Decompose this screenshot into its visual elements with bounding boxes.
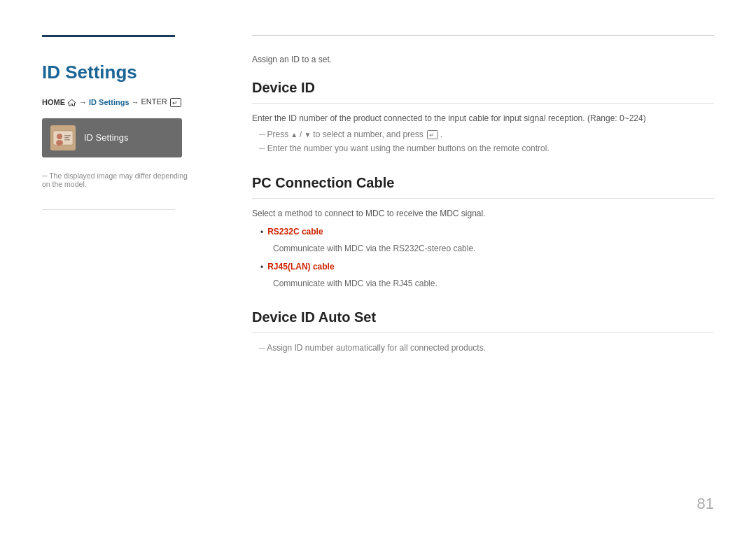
svg-text:↵: ↵ [172, 99, 178, 106]
section-title-auto-set: Device ID Auto Set [252, 309, 714, 325]
section-divider-1 [252, 103, 714, 104]
section-divider-3 [252, 332, 714, 333]
breadcrumb-arrow2: → [132, 98, 139, 106]
enter-icon: ↵ [170, 98, 181, 107]
breadcrumb-enter: ENTER ↵ [141, 97, 181, 107]
bullet-dot-2: • [260, 261, 263, 274]
page-container: ID Settings HOME → ID Settings → ENTER ↵ [0, 0, 756, 534]
sidebar-top-bar [42, 35, 175, 37]
period: . [440, 129, 442, 139]
auto-set-note: Assign ID number automatically for all c… [259, 342, 714, 355]
main-top-bar [252, 35, 714, 36]
sidebar-note: The displayed image may differ depending… [42, 171, 196, 188]
menu-card: ID Settings [42, 118, 182, 157]
press-line: Press ▲ / ▼ to select a number, and pres… [259, 129, 714, 139]
menu-card-label: ID Settings [84, 132, 129, 143]
bullet-rs232c: • RS232C cable [260, 225, 714, 239]
up-arrow-icon: ▲ [290, 131, 298, 139]
breadcrumb-home: HOME [42, 98, 77, 107]
section-device-id: Device ID Enter the ID number of the pro… [252, 80, 714, 155]
device-id-description: Enter the ID number of the product conne… [252, 112, 714, 125]
rs232c-desc: Communicate with MDC via the RS232C-ster… [273, 242, 714, 255]
press-mid-text: to select a number, and press [313, 129, 423, 139]
assign-text: Assign an ID to a set. [252, 55, 714, 64]
bullet-rj45: • RJ45(LAN) cable [260, 260, 714, 274]
svg-point-5 [56, 140, 63, 146]
rj45-desc: Communicate with MDC via the RJ45 cable. [273, 277, 714, 290]
down-arrow-icon: ▼ [304, 131, 311, 139]
menu-card-icon [50, 125, 76, 150]
svg-rect-7 [64, 137, 69, 139]
main-content: Assign an ID to a set. Device ID Enter t… [217, 0, 756, 534]
bullet-dot-1: • [260, 226, 263, 239]
svg-rect-6 [64, 135, 71, 136]
page-title: ID Settings [42, 62, 196, 83]
section-pc-connection: PC Connection Cable Select a method to c… [252, 175, 714, 290]
svg-marker-0 [68, 99, 76, 106]
press-text: Press [267, 129, 289, 139]
sidebar: ID Settings HOME → ID Settings → ENTER ↵ [0, 0, 217, 534]
pc-connection-description: Select a method to connect to MDC to rec… [252, 207, 714, 220]
svg-text:↵: ↵ [429, 132, 435, 139]
page-number: 81 [697, 495, 714, 513]
home-icon [67, 99, 76, 106]
breadcrumb-arrow1: → [79, 98, 87, 106]
section-divider-2 [252, 198, 714, 199]
slash-text: / [300, 129, 302, 139]
enter-small-icon: ↵ [427, 130, 438, 139]
rj45-label: RJ45(LAN) cable [267, 260, 334, 274]
section-device-id-auto: Device ID Auto Set Assign ID number auto… [252, 309, 714, 355]
section-title-device-id: Device ID [252, 80, 714, 96]
id-card-icon [52, 129, 74, 147]
svg-rect-8 [64, 139, 70, 141]
section-title-pc-connection: PC Connection Cable [252, 175, 714, 191]
sidebar-divider [42, 209, 175, 210]
breadcrumb: HOME → ID Settings → ENTER ↵ [42, 97, 196, 107]
rs232c-label: RS232C cable [267, 225, 323, 239]
breadcrumb-highlight: ID Settings [89, 98, 129, 106]
device-id-note: Enter the number you want using the numb… [259, 142, 714, 155]
svg-point-4 [57, 134, 62, 139]
